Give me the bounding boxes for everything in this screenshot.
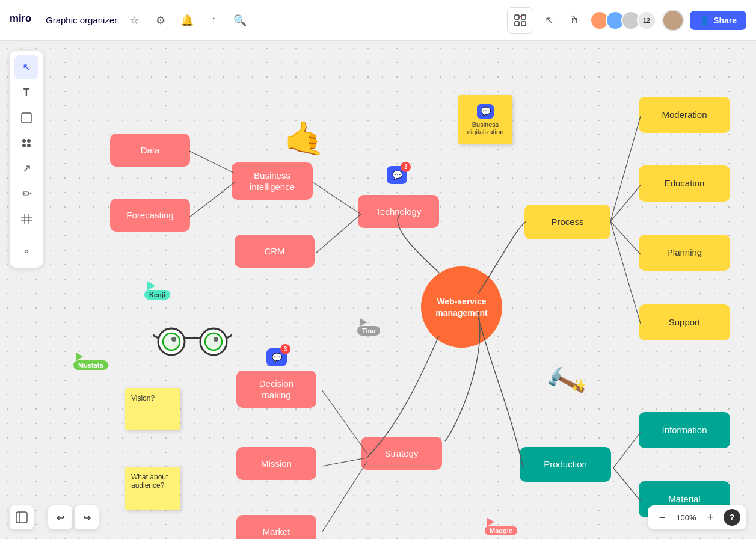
cursor-mustafa: Mustafa (73, 352, 108, 370)
svg-point-31 (171, 337, 176, 342)
svg-line-26 (322, 390, 367, 453)
svg-point-33 (205, 333, 222, 350)
component-tool[interactable] (14, 131, 38, 155)
svg-line-21 (613, 468, 641, 501)
pointer-icon[interactable]: 🖱 (565, 11, 584, 30)
notifications-icon[interactable]: 🔔 (177, 11, 197, 30)
board-title[interactable]: Graphic organizer (46, 15, 117, 25)
node-production[interactable]: Production (520, 447, 611, 482)
svg-point-30 (163, 333, 180, 350)
svg-point-9 (27, 139, 31, 143)
zoom-out-button[interactable]: − (654, 509, 671, 526)
svg-line-25 (189, 182, 235, 217)
search-icon[interactable]: 🔍 (230, 11, 250, 30)
more-tools[interactable]: » (14, 239, 38, 263)
node-market[interactable]: Market (236, 515, 316, 539)
svg-rect-7 (22, 113, 31, 123)
avatar-group: 12 (590, 11, 656, 30)
undo-button[interactable]: ↩ (48, 505, 72, 529)
svg-line-27 (322, 458, 367, 466)
undo-redo-group: ↩ ↪ (48, 505, 99, 529)
svg-point-11 (27, 144, 31, 147)
redo-button[interactable]: ↪ (75, 505, 99, 529)
share-button[interactable]: 👤 Share (690, 11, 746, 30)
node-center[interactable]: Web-service management (421, 266, 502, 348)
svg-rect-4 (521, 22, 526, 26)
toolbar-divider (17, 235, 36, 235)
svg-text:miro: miro (10, 13, 31, 24)
left-toolbar: ↖ T ↗ ✏ » (10, 51, 43, 268)
text-tool[interactable]: T (14, 81, 38, 105)
cursor-kenji: Kenji (144, 280, 170, 300)
sticky-business-digitalization[interactable]: 💬 Business digitalization (458, 95, 512, 144)
grid-tool[interactable] (14, 207, 38, 231)
hand-decoration: 🤙 (284, 119, 325, 158)
header: miro Graphic organizer ☆ ⚙ 🔔 ↑ 🔍 ↖ 🖱 12 … (0, 0, 756, 41)
svg-line-17 (610, 185, 641, 221)
settings-icon[interactable]: ⚙ (151, 11, 170, 30)
sticky-vision[interactable]: Vision? (125, 388, 180, 430)
svg-line-20 (613, 432, 641, 468)
help-button[interactable]: ? (724, 509, 740, 526)
node-information[interactable]: Information (639, 412, 730, 448)
cursor-tool[interactable]: ↖ (14, 55, 38, 79)
svg-line-28 (322, 462, 367, 532)
node-decision-making[interactable]: Decision making (236, 371, 316, 408)
favorite-icon[interactable]: ☆ (124, 11, 144, 30)
cursor-maggie: Maggie (485, 517, 517, 535)
zoom-controls: − 100% + ? (648, 505, 746, 529)
node-moderation[interactable]: Moderation (639, 97, 730, 133)
node-business-intelligence[interactable]: Business intelligence (232, 162, 313, 200)
glasses-decoration (153, 324, 232, 367)
svg-rect-2 (521, 15, 526, 19)
self-avatar[interactable] (662, 10, 684, 31)
canvas[interactable]: Web-service management Process Strategy … (0, 41, 756, 539)
node-support[interactable]: Support (639, 304, 730, 340)
panel-toggle-button[interactable] (10, 505, 34, 529)
svg-rect-1 (515, 15, 519, 19)
frame-tool[interactable] (14, 106, 38, 130)
svg-line-16 (610, 116, 641, 221)
node-data[interactable]: Data (110, 134, 190, 167)
svg-line-18 (610, 221, 641, 254)
svg-line-24 (189, 151, 235, 173)
header-right: ↖ 🖱 12 👤 Share (507, 7, 746, 34)
zoom-level: 100% (675, 513, 697, 522)
svg-line-19 (610, 221, 641, 324)
zoom-in-button[interactable]: + (702, 509, 719, 526)
svg-point-10 (22, 144, 26, 147)
arrow-tool[interactable]: ↗ (14, 156, 38, 180)
svg-line-22 (313, 182, 361, 214)
comment-badge-1[interactable]: 💬 3 (387, 166, 407, 184)
node-process[interactable]: Process (524, 205, 610, 239)
node-mission[interactable]: Mission (236, 447, 316, 480)
svg-rect-36 (16, 512, 27, 523)
avatar-count[interactable]: 12 (637, 11, 656, 30)
upload-icon[interactable]: ↑ (204, 11, 223, 30)
node-planning[interactable]: Planning (639, 235, 730, 271)
sparkle-decoration: ✨ (571, 378, 586, 392)
node-strategy[interactable]: Strategy (361, 437, 442, 470)
node-crm[interactable]: CRM (235, 235, 315, 268)
node-education[interactable]: Education (639, 165, 730, 202)
svg-point-8 (22, 139, 26, 143)
cursor-tina: Tina (357, 318, 380, 336)
miro-logo: miro (10, 10, 34, 31)
svg-line-23 (316, 214, 361, 253)
svg-rect-3 (515, 22, 519, 26)
svg-point-34 (214, 337, 218, 342)
comment-badge-2[interactable]: 💬 3 (266, 348, 287, 366)
sticky-audience[interactable]: What about audience? (125, 467, 180, 510)
cursor-tool-icon[interactable]: ↖ (539, 11, 559, 30)
node-forecasting[interactable]: Forecasting (110, 199, 190, 232)
node-technology[interactable]: Technology (358, 195, 439, 228)
pen-tool[interactable]: ✏ (14, 182, 38, 206)
grid-button[interactable] (507, 7, 533, 34)
